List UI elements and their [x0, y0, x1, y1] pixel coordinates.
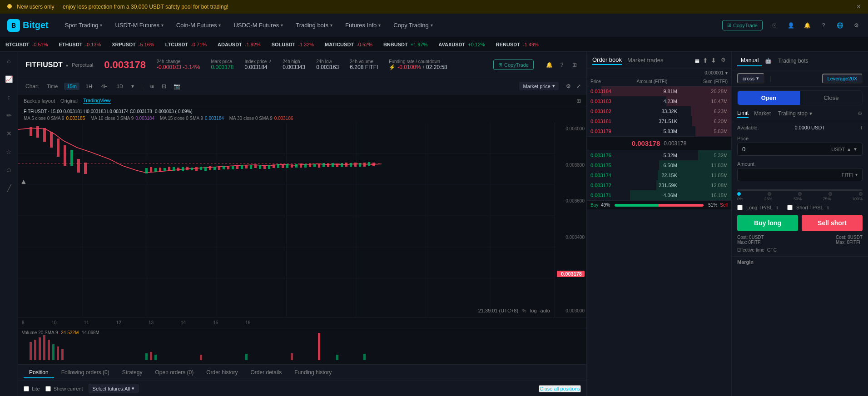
time-more-icon[interactable]: ▾ — [129, 82, 136, 90]
tab-order-history[interactable]: Order history — [201, 367, 243, 378]
amount-unit-arrow[interactable]: ▾ — [855, 172, 858, 177]
ticker-maticusdt[interactable]: MATICUSDT -0.52% — [325, 42, 372, 47]
chart-grid-toggle[interactable]: ⊞ — [576, 98, 581, 104]
ticker-renusdt[interactable]: RENUSDT -1.49% — [496, 42, 539, 47]
copy-trade-button[interactable]: ⊞ CopyTrade — [493, 59, 534, 70]
ob-tab-order-book[interactable]: Order book — [592, 55, 622, 65]
expand-chart-icon[interactable]: ⤢ — [576, 83, 581, 89]
lite-checkbox[interactable] — [24, 386, 29, 391]
ob-view-both[interactable]: ≣ — [694, 57, 700, 64]
slider-dot-0[interactable] — [737, 192, 741, 196]
sidebar-chart-icon[interactable]: 📈 — [4, 74, 15, 84]
show-current-checkbox[interactable] — [45, 386, 51, 391]
short-tpsl-info-icon[interactable]: ℹ — [827, 205, 829, 210]
tab-order-details[interactable]: Order details — [245, 367, 288, 378]
help-chart-icon[interactable]: ? — [557, 60, 566, 69]
help-icon[interactable]: ? — [819, 21, 828, 30]
price-input[interactable] — [742, 146, 831, 153]
time-4h-button[interactable]: 4H — [99, 83, 110, 90]
order-type-market[interactable]: Market — [754, 109, 771, 118]
price-down-arrow[interactable]: ▼ — [853, 147, 858, 152]
time-15m-button[interactable]: 15m — [64, 83, 79, 90]
available-info-icon[interactable]: ℹ — [861, 125, 863, 130]
backup-layout-button[interactable]: Backup layout — [24, 98, 55, 104]
logo[interactable]: B Bitget — [7, 19, 49, 32]
select-futures-button[interactable]: Select futures:All ▾ — [89, 384, 139, 393]
tab-position[interactable]: Position — [24, 367, 54, 378]
ticker-solusdt[interactable]: SOLUSDT -1.32% — [272, 42, 314, 47]
precision-button[interactable]: 0.000001 ▾ — [704, 70, 728, 75]
screenshot-icon[interactable]: 📷 — [172, 82, 182, 90]
open-button[interactable]: Open — [738, 91, 800, 105]
settings-icon[interactable]: ⚙ — [852, 21, 861, 30]
trailing-stop-button[interactable]: Trailing stop ▾ — [778, 110, 812, 117]
ticker-ltcusdt[interactable]: LTCUSDT -0.71% — [165, 42, 207, 47]
sidebar-cross-icon[interactable]: ✕ — [4, 128, 15, 139]
price-type-button[interactable]: Market price ▾ — [519, 82, 559, 90]
trading-view-button[interactable]: TradingView — [83, 98, 111, 104]
ticker-bnbusdt[interactable]: BNBUSDT +1.97% — [383, 42, 427, 47]
nav-item-copy-trading[interactable]: Copy Trading ▾ — [388, 19, 438, 31]
leverage-button[interactable]: Leverage20X — [822, 74, 863, 84]
ob-ask-row-3[interactable]: 0.003182 33.32K 6.23M — [587, 106, 731, 116]
close-button[interactable]: Close — [800, 91, 863, 105]
time-1d-button[interactable]: 1D — [114, 83, 126, 90]
ob-ask-row-5[interactable]: 0.003179 5.83M 5.83M — [587, 126, 731, 136]
ob-settings-icon[interactable]: ⚙ — [721, 57, 726, 64]
ticker-ethusdt[interactable]: ETHUSDT -0.13% — [59, 42, 101, 47]
time-1h-button[interactable]: 1H — [83, 83, 95, 90]
sidebar-ruler-icon[interactable]: ╱ — [4, 183, 15, 193]
nav-item-trading-bots[interactable]: Trading bots ▾ — [290, 19, 338, 31]
sidebar-star-icon[interactable]: ☆ — [4, 146, 15, 157]
sidebar-pencil-icon[interactable]: ✏ — [4, 110, 15, 121]
banner-close-button[interactable]: × — [857, 3, 861, 11]
tp-tab-manual[interactable]: Manual — [737, 55, 762, 66]
ob-ask-row-2[interactable]: 0.003183 4.23M 10.47M — [587, 96, 731, 106]
nav-item-usdc-futures[interactable]: USDC-M Futures ▾ — [228, 19, 288, 31]
alarm-icon[interactable]: 🔔 — [545, 60, 554, 69]
show-current-checkbox-label[interactable]: Show current — [45, 386, 83, 391]
ob-bid-row-1[interactable]: 0.003176 5.32M 5.32M — [587, 150, 731, 160]
ob-ask-row-4[interactable]: 0.003181 371.51K 6.20M — [587, 116, 731, 126]
tab-funding-history[interactable]: Funding history — [289, 367, 337, 378]
copy-trade-header-button[interactable]: ⊞ CopyTrade — [722, 20, 763, 30]
slider-dot-25[interactable] — [768, 192, 771, 196]
short-tpsl-checkbox[interactable] — [787, 205, 793, 210]
sell-short-button[interactable]: Sell short — [802, 215, 863, 231]
log-button[interactable]: log — [530, 308, 537, 313]
ob-ask-row-1[interactable]: 0.003184 9.81M 20.28M — [587, 86, 731, 96]
ob-bid-row-2[interactable]: 0.003175 6.50M 11.83M — [587, 160, 731, 170]
symbol-dropdown-icon[interactable]: ▾ — [66, 63, 68, 68]
nav-item-spot[interactable]: Spot Trading ▾ — [60, 19, 108, 31]
slider-dot-50[interactable] — [798, 192, 802, 196]
indicator-icon[interactable]: ≋ — [148, 82, 156, 90]
candle-type-icon[interactable]: ⊡ — [160, 82, 168, 90]
tab-open-orders[interactable]: Open orders (0) — [149, 367, 199, 378]
cross-mode-button[interactable]: cross ▾ — [737, 73, 764, 84]
tab-strategy[interactable]: Strategy — [117, 367, 148, 378]
ob-view-ask-only[interactable]: ⬆ — [703, 57, 708, 64]
ticker-avaxusdt[interactable]: AVAXUSDT +0.12% — [438, 42, 485, 47]
ticker-adausdt[interactable]: ADAUSDT -1.92% — [218, 42, 261, 47]
chart-settings-icon[interactable]: ⚙ — [566, 83, 571, 89]
price-up-arrow[interactable]: ▲ — [847, 147, 851, 152]
ob-tab-market-trades[interactable]: Market trades — [627, 56, 663, 64]
nav-item-usdt-futures[interactable]: USDT-M Futures ▾ — [109, 19, 169, 31]
ob-bid-row-3[interactable]: 0.003174 22.15K 11.85M — [587, 170, 731, 180]
ticker-btcusdt[interactable]: BTCUSDT -0.51% — [5, 42, 48, 47]
auto-button[interactable]: auto — [541, 308, 550, 313]
wallet-icon[interactable]: ⊡ — [770, 21, 779, 30]
nav-item-coin-futures[interactable]: Coin-M Futures ▾ — [171, 19, 227, 31]
long-tpsl-info-icon[interactable]: ℹ — [776, 205, 778, 210]
lite-checkbox-label[interactable]: Lite — [24, 386, 40, 391]
order-type-limit[interactable]: Limit — [737, 109, 749, 118]
close-all-positions-button[interactable]: Close all positions — [539, 385, 581, 392]
sidebar-trade-icon[interactable]: ↕ — [4, 92, 15, 103]
long-tpsl-checkbox[interactable] — [737, 205, 743, 210]
nav-item-futures-info[interactable]: Futures Info ▾ — [340, 19, 386, 31]
sidebar-home-icon[interactable]: ⌂ — [4, 55, 15, 66]
ticker-xrpusdt[interactable]: XRPUSDT -5.16% — [112, 42, 154, 47]
ob-bid-row-4[interactable]: 0.003172 231.59K 12.08M — [587, 180, 731, 190]
sidebar-smile-icon[interactable]: ☺ — [4, 164, 15, 175]
tp-tab-bots[interactable]: Trading bots — [774, 56, 812, 66]
